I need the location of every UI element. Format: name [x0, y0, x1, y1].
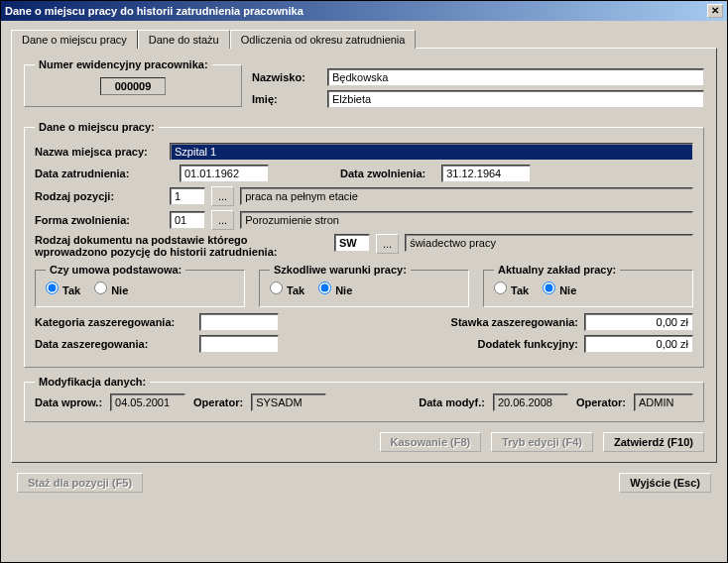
- doc-type-desc: świadectwo pracy: [405, 234, 693, 252]
- term-form-lookup-button[interactable]: ...: [211, 210, 234, 230]
- tab-deductions[interactable]: Odliczenia od okresu zatrudnienia: [230, 30, 417, 49]
- window: Dane o miejscu pracy do historii zatrudn…: [0, 0, 728, 563]
- employee-id-group: Numer ewidencyjny pracownika: 000009: [24, 58, 242, 107]
- term-form-code-field[interactable]: 01: [170, 211, 205, 229]
- entry-date-label: Data wprow.:: [35, 396, 102, 408]
- term-form-desc: Porozumienie stron: [240, 211, 693, 229]
- workplace-group: Dane o miejscu pracy: Nazwa miejsca prac…: [24, 121, 704, 368]
- surname-label: Nazwisko:: [252, 71, 321, 83]
- grade-date-label: Data zaszeregowania:: [35, 338, 193, 350]
- base-contract-no[interactable]: Nie: [94, 282, 128, 296]
- current-plant-group: Aktualny zakład pracy: Tak Nie: [483, 264, 693, 307]
- harmful-no[interactable]: Nie: [318, 282, 352, 296]
- entry-date-value: 04.05.2001: [110, 394, 185, 411]
- workplace-group-label: Dane o miejscu pracy:: [35, 121, 159, 133]
- current-plant-yes[interactable]: Tak: [494, 282, 529, 296]
- hire-date-label: Data zatrudnienia:: [35, 168, 164, 179]
- seniority-button[interactable]: Staż dla pozycji (F5): [17, 473, 143, 493]
- current-plant-no[interactable]: Nie: [543, 282, 576, 296]
- tab-panel: Numer ewidencyjny pracownika: 000009 Naz…: [11, 48, 717, 463]
- operator2-label: Operator:: [576, 396, 626, 408]
- harmful-label: Szkodliwe warunki pracy:: [270, 264, 411, 276]
- grade-rate-field[interactable]: 0,00 zł: [584, 313, 693, 331]
- modification-group: Modyfikacja danych: Data wprow.: 04.05.2…: [24, 376, 704, 422]
- employee-id-label: Numer ewidencyjny pracownika:: [35, 58, 212, 70]
- current-plant-label: Aktualny zakład pracy:: [494, 264, 620, 276]
- tab-seniority-data[interactable]: Dane do stażu: [138, 30, 230, 49]
- edit-mode-button[interactable]: Tryb edycji (F4): [491, 432, 593, 452]
- bonus-label: Dodatek funkcyjny:: [478, 338, 578, 350]
- harmful-group: Szkodliwe warunki pracy: Tak Nie: [259, 264, 469, 307]
- harmful-yes[interactable]: Tak: [270, 282, 304, 296]
- position-type-label: Rodzaj pozycji:: [35, 190, 164, 202]
- base-contract-yes[interactable]: Tak: [46, 282, 80, 296]
- confirm-button[interactable]: Zatwierdź (F10): [603, 432, 704, 452]
- tab-workplace-data[interactable]: Dane o miejscu pracy: [11, 30, 138, 49]
- bonus-field[interactable]: 0,00 zł: [584, 335, 693, 353]
- window-title: Dane o miejscu pracy do historii zatrudn…: [5, 5, 303, 17]
- tab-strip: Dane o miejscu pracy Dane do stażu Odlic…: [11, 29, 717, 48]
- firstname-field[interactable]: Elżbieta: [327, 90, 704, 108]
- base-contract-group: Czy umowa podstawowa: Tak Nie: [35, 264, 245, 307]
- mod-date-label: Data modyf.:: [419, 396, 485, 408]
- grade-category-field[interactable]: [199, 313, 279, 331]
- term-date-label: Data zwolnienia:: [340, 168, 425, 179]
- doc-type-lookup-button[interactable]: ...: [376, 234, 399, 254]
- workplace-name-label: Nazwa miejsca pracy:: [35, 146, 164, 158]
- grade-category-label: Kategoria zaszeregowania:: [35, 316, 193, 328]
- exit-button[interactable]: Wyjście (Esc): [619, 473, 711, 493]
- term-form-label: Forma zwolnienia:: [35, 214, 164, 226]
- workplace-name-field[interactable]: Szpital 1: [170, 143, 693, 161]
- position-type-lookup-button[interactable]: ...: [211, 186, 234, 206]
- content-area: Dane o miejscu pracy Dane do stażu Odlic…: [1, 21, 727, 562]
- mod-date-value: 20.06.2008: [493, 394, 568, 411]
- operator1-label: Operator:: [193, 396, 243, 408]
- term-date-field[interactable]: 31.12.1964: [441, 165, 531, 182]
- base-contract-label: Czy umowa podstawowa:: [46, 264, 185, 276]
- operator2-value: ADMIN: [634, 394, 693, 411]
- doc-type-code-field[interactable]: SW: [334, 234, 370, 252]
- employee-id-value: 000009: [100, 77, 167, 95]
- hire-date-field[interactable]: 01.01.1962: [180, 165, 269, 182]
- firstname-label: Imię:: [252, 93, 321, 105]
- modification-group-label: Modyfikacja danych:: [35, 376, 150, 388]
- grade-date-field[interactable]: [199, 335, 279, 353]
- position-type-desc: praca na pełnym etacie: [240, 187, 693, 205]
- surname-field[interactable]: Będkowska: [327, 68, 704, 86]
- grade-rate-label: Stawka zaszeregowania:: [451, 316, 578, 328]
- titlebar: Dane o miejscu pracy do historii zatrudn…: [1, 1, 727, 21]
- operator1-value: SYSADM: [251, 394, 326, 411]
- position-type-code-field[interactable]: 1: [170, 187, 205, 205]
- close-icon[interactable]: ✕: [707, 4, 723, 18]
- delete-button[interactable]: Kasowanie (F8): [380, 432, 482, 452]
- doc-type-label-1: Rodzaj dokumentu na podstawie którego: [35, 234, 328, 246]
- doc-type-label-2: wprowadzono pozycję do historii zatrudni…: [35, 246, 328, 258]
